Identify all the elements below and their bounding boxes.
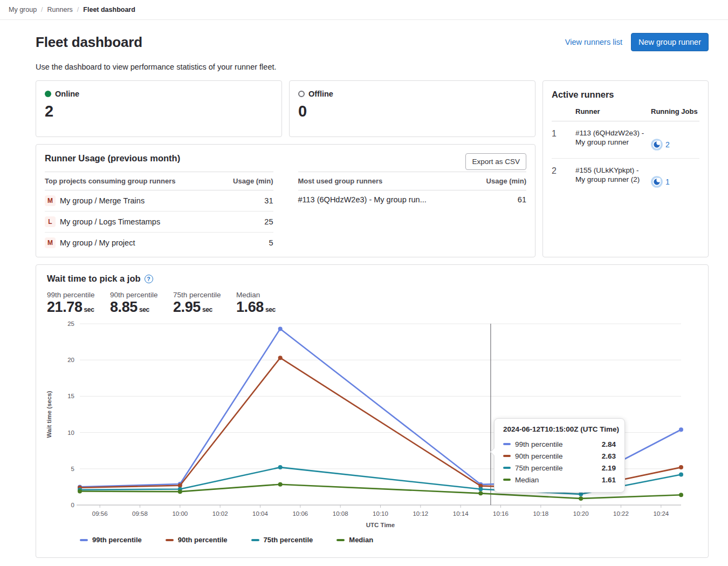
svg-text:20: 20 xyxy=(67,357,74,363)
svg-text:10:02: 10:02 xyxy=(212,510,228,517)
chart-legend: 99th percentile90th percentile75th perce… xyxy=(45,536,699,544)
stat-99th-percentile: 99th percentile 21.78sec xyxy=(47,291,101,316)
help-icon[interactable]: ? xyxy=(145,275,153,283)
chart-tooltip: 2024-06-12T10:15:00Z (UTC Time) 99th per… xyxy=(494,418,625,493)
online-label: Online xyxy=(55,90,79,98)
tooltip-series-value: 2.84 xyxy=(602,440,616,448)
usage-min-header: Usage (min) xyxy=(233,177,273,185)
project-avatar: M xyxy=(45,237,56,248)
tooltip-row: 99th percentile2.84 xyxy=(503,438,616,450)
wait-time-card: Wait time to pick a job ? 99th percentil… xyxy=(36,264,709,558)
running-status-icon xyxy=(651,176,663,188)
top-projects-table: Top projects consuming group runners Usa… xyxy=(45,172,273,253)
project-usage-value: 25 xyxy=(264,217,273,226)
tooltip-series-label: 99th percentile xyxy=(515,440,597,448)
svg-text:UTC Time: UTC Time xyxy=(366,522,395,528)
tooltip-title: 2024-06-12T10:15:00Z (UTC Time) xyxy=(503,425,616,433)
svg-text:25: 25 xyxy=(67,320,74,327)
svg-text:09:56: 09:56 xyxy=(92,510,108,517)
running-jobs-count-link[interactable]: 2 xyxy=(665,140,670,149)
project-avatar: M xyxy=(45,195,56,206)
online-runners-card: Online 2 xyxy=(36,80,282,137)
legend-item-median[interactable]: Median xyxy=(336,536,373,544)
online-count: 2 xyxy=(45,104,273,119)
tooltip-series-value: 1.61 xyxy=(602,476,616,484)
svg-text:10:12: 10:12 xyxy=(413,510,428,517)
project-avatar: L xyxy=(45,216,56,227)
project-name: My group / Logs Timestamps xyxy=(60,217,160,226)
tooltip-series-marker-icon xyxy=(503,467,511,469)
tooltip-row: Median1.61 xyxy=(503,474,616,486)
running-status-icon xyxy=(651,139,663,151)
svg-text:0: 0 xyxy=(71,502,74,508)
svg-text:10:06: 10:06 xyxy=(292,510,308,517)
svg-text:10:18: 10:18 xyxy=(533,510,548,517)
runner-usage-card: Runner Usage (previous month) Export as … xyxy=(36,144,535,257)
svg-text:09:58: 09:58 xyxy=(132,510,148,517)
project-usage-row: M My group / My project 5 xyxy=(45,233,273,253)
legend-item-75th-percentile[interactable]: 75th percentile xyxy=(251,536,313,544)
legend-marker-icon xyxy=(166,539,174,541)
active-runner-row: 1 #113 (6QHdzW2e3) - My group runner 2 xyxy=(552,121,699,159)
svg-text:15: 15 xyxy=(67,393,74,399)
new-group-runner-button[interactable]: New group runner xyxy=(631,33,709,51)
legend-label: 75th percentile xyxy=(264,536,313,544)
svg-text:10:10: 10:10 xyxy=(373,510,388,517)
most-used-runners-header: Most used group runners xyxy=(298,177,383,185)
stat-median: Median 1.68sec xyxy=(236,291,290,316)
svg-text:5: 5 xyxy=(71,466,74,472)
project-name: My group / My project xyxy=(60,238,135,247)
wait-time-chart[interactable]: 051015202509:5609:5810:0010:0210:0410:06… xyxy=(45,320,699,534)
offline-label: Offline xyxy=(308,90,333,98)
runner-usage-title: Runner Usage (previous month) xyxy=(45,153,526,163)
offline-runners-card: Offline 0 xyxy=(289,80,535,137)
svg-text:10:14: 10:14 xyxy=(453,510,469,517)
wait-time-title: Wait time to pick a job xyxy=(47,274,141,284)
stat-75th-percentile: 75th percentile 2.95sec xyxy=(173,291,227,316)
running-jobs-count-link[interactable]: 1 xyxy=(665,178,670,186)
view-runners-list-link[interactable]: View runners list xyxy=(565,38,622,46)
runner-name: #113 (6QHdzW2e3) - My group run... xyxy=(298,195,427,204)
runner-rank: 2 xyxy=(552,166,575,176)
tooltip-series-value: 2.19 xyxy=(602,464,616,472)
breadcrumb-item-runners[interactable]: Runners xyxy=(47,6,73,13)
active-runners-card: Active runners Runner Running Jobs 1 #11… xyxy=(542,80,709,257)
svg-text:10:22: 10:22 xyxy=(613,510,629,517)
legend-marker-icon xyxy=(336,539,345,541)
svg-text:10:00: 10:00 xyxy=(172,510,188,517)
project-usage-value: 31 xyxy=(264,196,273,205)
project-usage-row: M My group / Merge Trains 31 xyxy=(45,190,273,212)
svg-text:10:08: 10:08 xyxy=(333,510,348,517)
online-status-dot-icon xyxy=(45,91,51,97)
stat-90th-percentile: 90th percentile 8.85sec xyxy=(110,291,164,316)
tooltip-series-marker-icon xyxy=(503,479,511,481)
runner-column-header: Runner xyxy=(575,107,651,121)
legend-label: Median xyxy=(349,536,373,544)
page-title: Fleet dashboard xyxy=(36,34,142,51)
project-usage-row: L My group / Logs Timestamps 25 xyxy=(45,212,273,233)
active-runner-row: 2 #155 (ULkKYpkpt) - My group runner (2)… xyxy=(552,159,699,195)
runner-usage-value: 61 xyxy=(518,195,526,204)
legend-label: 99th percentile xyxy=(92,536,142,544)
offline-status-circle-icon xyxy=(298,91,305,97)
breadcrumb-item-fleet-dashboard: Fleet dashboard xyxy=(83,6,135,13)
legend-item-99th-percentile[interactable]: 99th percentile xyxy=(80,536,142,544)
legend-marker-icon xyxy=(80,539,88,541)
legend-marker-icon xyxy=(251,539,259,541)
active-runners-title: Active runners xyxy=(552,90,699,100)
active-runners-table: Runner Running Jobs 1 #113 (6QHdzW2e3) -… xyxy=(552,107,699,195)
breadcrumb-item-my-group[interactable]: My group xyxy=(9,6,37,13)
wait-time-stats: 99th percentile 21.78sec 90th percentile… xyxy=(47,291,699,316)
svg-text:Wait time (secs): Wait time (secs) xyxy=(46,391,52,438)
svg-text:10:24: 10:24 xyxy=(653,510,669,517)
runner-description: #113 (6QHdzW2e3) - My group runner xyxy=(575,129,651,147)
page-description: Use the dashboard to view performance st… xyxy=(36,63,709,71)
most-used-runners-table: Most used group runners Usage (min) #113… xyxy=(298,172,527,253)
project-name: My group / Merge Trains xyxy=(60,196,145,205)
tooltip-series-label: 90th percentile xyxy=(515,452,597,460)
export-csv-button[interactable]: Export as CSV xyxy=(465,153,526,170)
tooltip-row: 90th percentile2.63 xyxy=(503,450,616,462)
svg-text:10:20: 10:20 xyxy=(573,510,589,517)
usage-min-header: Usage (min) xyxy=(486,177,526,185)
legend-item-90th-percentile[interactable]: 90th percentile xyxy=(166,536,228,544)
